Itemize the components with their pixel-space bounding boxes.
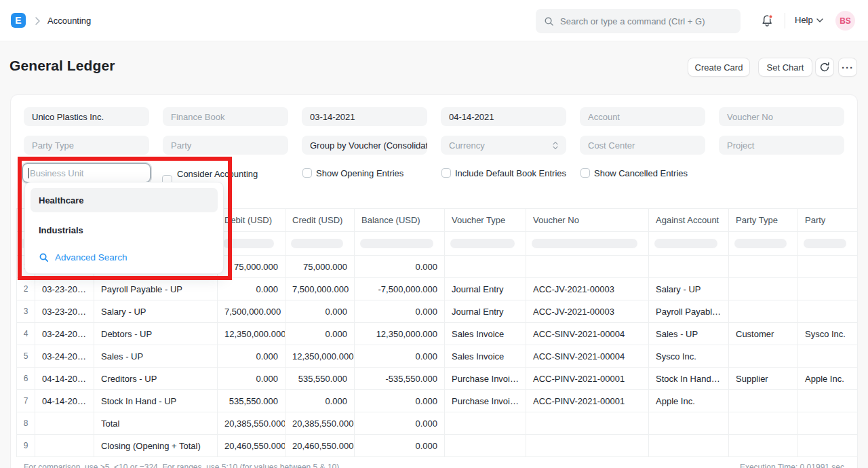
cell-credit[interactable]: 7,500,000.000 [285, 278, 355, 300]
column-header-debit[interactable]: Debit (USD) [218, 209, 285, 232]
cell-against-account[interactable]: Sysco Inc. [649, 345, 729, 368]
cell-party-type[interactable] [729, 412, 798, 435]
column-header-party[interactable]: Party [798, 209, 858, 232]
table-row[interactable]: 8Total20,385,550.00020,385,550.0000.000 [17, 412, 858, 435]
business-unit-filter[interactable] [22, 163, 151, 182]
refresh-button[interactable] [815, 58, 834, 77]
dropdown-option-industrials[interactable]: Industrials [31, 218, 218, 242]
cell-voucher-no[interactable]: ACC-JV-2021-00003 [526, 278, 649, 300]
column-filter-input-balance[interactable] [360, 239, 433, 248]
cell-against-account[interactable] [649, 256, 729, 278]
company-filter[interactable]: Unico Plastics Inc. [24, 107, 149, 126]
show-cancelled-entries-checkbox[interactable]: Show Cancelled Entries [580, 168, 688, 178]
cell-credit[interactable]: 75,000.000 [285, 256, 355, 278]
column-filter-input-party-type[interactable] [734, 239, 787, 248]
cell-against-account[interactable]: Salary - UP [649, 278, 729, 300]
cell-posting-date[interactable]: 03-24-2021 [35, 323, 94, 345]
cell-posting-date[interactable]: 03-23-2021 [35, 300, 94, 323]
cell-debit[interactable]: 20,460,550.000 [218, 435, 285, 457]
user-avatar[interactable]: BS [835, 11, 855, 31]
column-filter-input-debit[interactable] [223, 239, 274, 248]
cell-account[interactable]: Payroll Payable - UP [94, 278, 218, 300]
cell-party-type[interactable] [729, 278, 798, 300]
breadcrumb[interactable]: Accounting [47, 16, 91, 26]
cell-credit[interactable]: 535,550.000 [285, 368, 355, 390]
cell-party[interactable] [798, 256, 858, 278]
cell-credit[interactable]: 20,460,550.000 [285, 435, 355, 457]
advanced-search-link[interactable]: Advanced Search [31, 248, 218, 262]
dropdown-option-healthcare[interactable]: Healthcare [31, 188, 218, 212]
cell-posting-date[interactable]: 04-14-2021 [35, 390, 94, 412]
cell-voucher-type[interactable]: Purchase Invoice [445, 390, 526, 412]
cell-party[interactable]: Sysco Inc. [798, 323, 858, 345]
cell-voucher-type[interactable]: Purchase Invoice [445, 368, 526, 390]
column-filter-input-voucher-no[interactable] [532, 239, 637, 248]
cell-party-type[interactable]: Customer [729, 323, 798, 345]
column-header-credit[interactable]: Credit (USD) [285, 209, 355, 232]
column-header-balance[interactable]: Balance (USD) [355, 209, 445, 232]
table-row[interactable]: 403-24-2021Debtors - UP12,350,000.0000.0… [17, 323, 858, 345]
search-input[interactable]: Search or type a command (Ctrl + G) [536, 9, 741, 33]
cell-party[interactable] [798, 412, 858, 435]
account-filter[interactable]: Account [580, 107, 705, 126]
cell-posting-date[interactable]: 03-24-2021 [35, 345, 94, 368]
create-card-button[interactable]: Create Card [688, 58, 750, 77]
cell-posting-date[interactable] [35, 435, 94, 457]
project-filter[interactable]: Project [719, 136, 844, 155]
cell-balance[interactable]: 0.000 [355, 256, 445, 278]
cell-debit[interactable]: 75,000.000 [218, 256, 285, 278]
cell-against-account[interactable]: Apple Inc. [649, 390, 729, 412]
cell-debit[interactable]: 12,350,000.000 [218, 323, 285, 345]
cell-party[interactable] [798, 435, 858, 457]
column-filter-input-rownum[interactable] [22, 239, 24, 248]
cell-account[interactable]: Salary - UP [94, 300, 218, 323]
help-menu[interactable]: Help [795, 15, 823, 25]
cell-voucher-no[interactable]: ACC-SINV-2021-00004 [526, 345, 649, 368]
cell-posting-date[interactable] [35, 412, 94, 435]
to-date-filter[interactable]: 04-14-2021 [441, 107, 566, 126]
cell-voucher-no[interactable]: ACC-PINV-2021-00001 [526, 368, 649, 390]
cell-voucher-type[interactable]: Sales Invoice [445, 323, 526, 345]
more-menu-button[interactable]: ··· [838, 58, 857, 77]
cell-balance[interactable]: -7,500,000.000 [355, 278, 445, 300]
cell-balance[interactable]: 0.000 [355, 390, 445, 412]
group-by-filter[interactable]: Group by Voucher (Consolidated) [302, 136, 427, 155]
cell-party[interactable]: Apple Inc. [798, 368, 858, 390]
cell-posting-date[interactable]: 03-23-2021 [35, 278, 94, 300]
cell-balance[interactable]: -535,550.000 [355, 368, 445, 390]
cell-party-type[interactable] [729, 345, 798, 368]
column-filter-input-credit[interactable] [291, 239, 343, 248]
cell-against-account[interactable]: Payroll Payable - UP [649, 300, 729, 323]
cell-credit[interactable]: 0.000 [285, 300, 355, 323]
party-type-filter[interactable]: Party Type [24, 136, 149, 155]
cell-account[interactable]: Debtors - UP [94, 323, 218, 345]
cell-voucher-no[interactable]: ACC-PINV-2021-00001 [526, 390, 649, 412]
column-header-party-type[interactable]: Party Type [729, 209, 798, 232]
column-filter-input-voucher-type[interactable] [450, 239, 515, 248]
cell-balance[interactable]: 0.000 [355, 435, 445, 457]
cell-party-type[interactable] [729, 300, 798, 323]
cell-party[interactable] [798, 278, 858, 300]
cell-credit[interactable]: 12,350,000.000 [285, 345, 355, 368]
cell-party-type[interactable] [729, 256, 798, 278]
cell-balance[interactable]: 0.000 [355, 300, 445, 323]
table-row[interactable]: 604-14-2021Creditors - UP0.000535,550.00… [17, 368, 858, 390]
cost-center-filter[interactable]: Cost Center [580, 136, 705, 155]
cell-posting-date[interactable]: 04-14-2021 [35, 368, 94, 390]
from-date-filter[interactable]: 03-14-2021 [302, 107, 427, 126]
cell-account[interactable]: Creditors - UP [94, 368, 218, 390]
cell-credit[interactable]: 20,385,550.000 [285, 412, 355, 435]
notifications-bell-icon[interactable] [760, 14, 774, 28]
cell-debit[interactable]: 535,550.000 [218, 390, 285, 412]
table-row[interactable]: 704-14-2021Stock In Hand - UP535,550.000… [17, 390, 858, 412]
cell-credit[interactable]: 0.000 [285, 390, 355, 412]
party-filter[interactable]: Party [163, 136, 288, 155]
cell-voucher-no[interactable] [526, 256, 649, 278]
cell-against-account[interactable] [649, 435, 729, 457]
cell-voucher-no[interactable] [526, 435, 649, 457]
column-header-voucher-type[interactable]: Voucher Type [445, 209, 526, 232]
cell-debit[interactable]: 0.000 [218, 368, 285, 390]
column-header-voucher-no[interactable]: Voucher No [526, 209, 649, 232]
table-row[interactable]: 503-24-2021Sales - UP0.00012,350,000.000… [17, 345, 858, 368]
cell-voucher-type[interactable] [445, 412, 526, 435]
